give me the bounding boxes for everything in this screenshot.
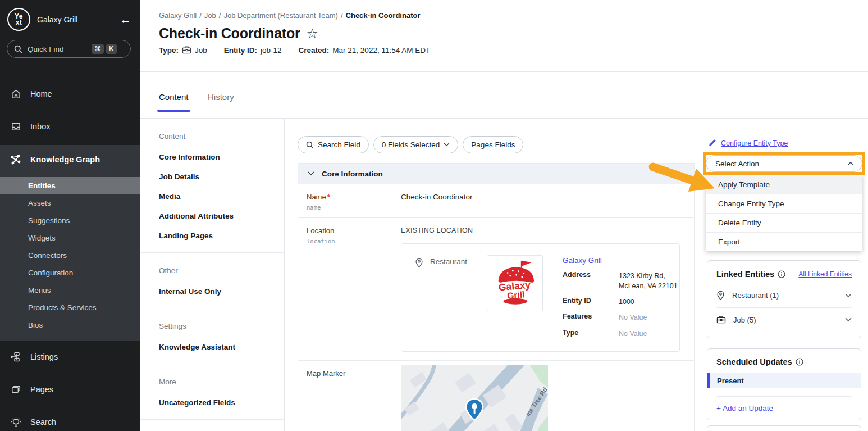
add-update-link[interactable]: + Add an Update [716,404,852,412]
cmd-keycap: ⌘ [92,44,104,54]
collapse-sidebar-icon[interactable]: ← [120,13,131,25]
existing-location-header: EXISTING LOCATION [401,226,686,234]
field-row-map-marker[interactable]: Map Marker [298,360,694,431]
k-keycap: K [106,44,117,54]
sidebar-item-products-services[interactable]: Products & Services [0,299,140,316]
required-marker: * [327,193,330,201]
field-nav-group-header: Content [159,132,284,140]
field-row-location[interactable]: Location location EXISTING LOCATION Rest… [298,217,694,360]
sidebar-item-knowledge-graph[interactable]: Knowledge Graph [0,145,140,174]
entity-content: Search Field 0 Fields Selected Pages Fie… [285,119,707,431]
entity-header: Galaxy Grill/Job/Job Department (Restaur… [140,0,868,72]
scheduled-updates-title: Scheduled Updates [716,357,792,366]
field-api-name: name [307,204,395,211]
info-icon[interactable] [778,270,785,278]
field-nav: Content Core Information Job Details Med… [140,119,285,431]
linked-location-card: Restaurant [401,243,680,352]
fields-selected-dropdown[interactable]: 0 Fields Selected [373,136,459,153]
detail-label: Features [563,312,619,323]
field-nav-item-uncategorized-fields[interactable]: Uncategorized Fields [159,398,284,407]
linked-entity-link[interactable]: Galaxy Grill [563,256,602,265]
detail-label: Type [563,329,619,339]
core-information-section: Core Information Name* name Check-in Coo… [298,163,695,431]
sidebar-item-configuration[interactable]: Configuration [0,264,140,282]
sidebar: Ye xt Galaxy Grill ← ⌘ K Home [0,0,140,431]
search-icon [306,141,314,149]
select-action-dropdown[interactable]: Select Action [706,155,862,172]
entity-meta: Type: Job Entity ID: job-12 Created: Mar… [159,46,430,55]
sidebar-item-home[interactable]: Home [0,78,140,110]
breadcrumb-item[interactable]: Job Department (Restaurant Team) [223,11,338,20]
sidebar-item-widgets[interactable]: Widgets [0,229,140,247]
sidebar-item-search[interactable]: Search [0,406,140,431]
quick-find-search[interactable]: ⌘ K [7,40,131,58]
field-nav-item-media[interactable]: Media [159,192,284,201]
location-entity-type: Restaurant [430,257,467,266]
tab-history[interactable]: History [208,92,234,102]
map-pin-icon [415,257,423,268]
entity-actions-panel: Configure Entity Type Select Action Appl… [707,119,861,431]
pencil-icon [708,139,716,147]
sidebar-item-listings[interactable]: Listings [0,341,140,373]
field-nav-group-header: Other [159,266,284,275]
sidebar-item-label: Search [30,418,56,427]
section-title: Core Information [322,170,383,178]
sidebar-item-inbox[interactable]: Inbox [0,110,140,143]
favorite-star-icon[interactable]: ☆ [307,26,319,42]
sidebar-item-entities[interactable]: Entities [0,177,140,194]
sidebar-item-bios[interactable]: Bios [0,316,140,334]
core-information-header[interactable]: Core Information [298,164,694,184]
search-field-button[interactable]: Search Field [298,136,369,153]
sidebar-item-pages[interactable]: Pages [0,373,140,406]
detail-value: No Value [619,312,689,323]
field-label: Location [307,226,395,235]
menu-item-delete-entity[interactable]: Delete Entity [706,213,862,232]
linked-entities-title: Linked Entities [716,270,774,279]
menu-item-change-entity-type[interactable]: Change Entity Type [706,194,862,213]
quick-find-input[interactable] [28,45,89,53]
tab-content[interactable]: Content [159,92,189,102]
breadcrumb-item[interactable]: Galaxy Grill [159,11,197,20]
menu-item-export[interactable]: Export [706,232,862,251]
map-preview[interactable]: ine Tree Rd [401,365,548,431]
field-nav-item-job-details[interactable]: Job Details [159,173,284,181]
next-card-partial [707,425,861,431]
home-icon [10,89,22,99]
configure-entity-type-link[interactable]: Configure Entity Type [721,139,788,147]
field-nav-item-internal-use-only[interactable]: Internal Use Only [159,287,284,296]
linked-row-job[interactable]: Job (5) [716,307,852,332]
yext-logo-text: xt [16,20,22,26]
field-nav-item-core-information[interactable]: Core Information [159,153,284,161]
listings-icon [10,351,22,362]
yext-logo: Ye xt [7,8,30,31]
field-nav-item-knowledge-assistant[interactable]: Knowledge Assistant [159,343,284,351]
field-label: Name [307,193,326,201]
info-icon[interactable] [796,358,803,366]
detail-value: 1323 Kirby Rd, McLean, VA 22101 [619,271,689,291]
field-label: Map Marker [307,369,395,378]
field-api-name: location [307,238,395,244]
menu-item-apply-template[interactable]: Apply Template [706,175,862,194]
tab-bar: Content History [140,72,868,119]
field-nav-item-additional-attributes[interactable]: Additional Attributes [159,212,284,220]
sidebar-item-menus[interactable]: Menus [0,282,140,299]
scheduled-update-present[interactable]: Present [707,373,861,388]
field-row-name[interactable]: Name* name Check-in Coordinator [298,184,694,217]
type-label: Type: [159,46,179,55]
pages-fields-button[interactable]: Pages Fields [463,136,523,153]
linked-row-restaurant[interactable]: Restaurant (1) [716,283,852,307]
entity-id-label: Entity ID: [224,46,257,55]
chevron-down-icon [444,143,450,147]
briefcase-icon [716,315,726,324]
all-linked-entities-link[interactable]: All Linked Entities [798,270,852,278]
sidebar-item-suggestions[interactable]: Suggestions [0,212,140,229]
sidebar-item-connectors[interactable]: Connectors [0,247,140,264]
select-action-menu: Apply Template Change Entity Type Delete… [706,175,862,251]
field-nav-item-landing-pages[interactable]: Landing Pages [159,232,284,240]
breadcrumb-item[interactable]: Job [204,11,216,20]
breadcrumb-item-current: Check-in Coordinator [346,11,421,20]
breadcrumb: Galaxy Grill/Job/Job Department (Restaur… [159,11,420,20]
chevron-down-icon [845,293,852,298]
sidebar-item-assets[interactable]: Assets [0,194,140,212]
field-nav-group-header: Settings [159,322,284,330]
